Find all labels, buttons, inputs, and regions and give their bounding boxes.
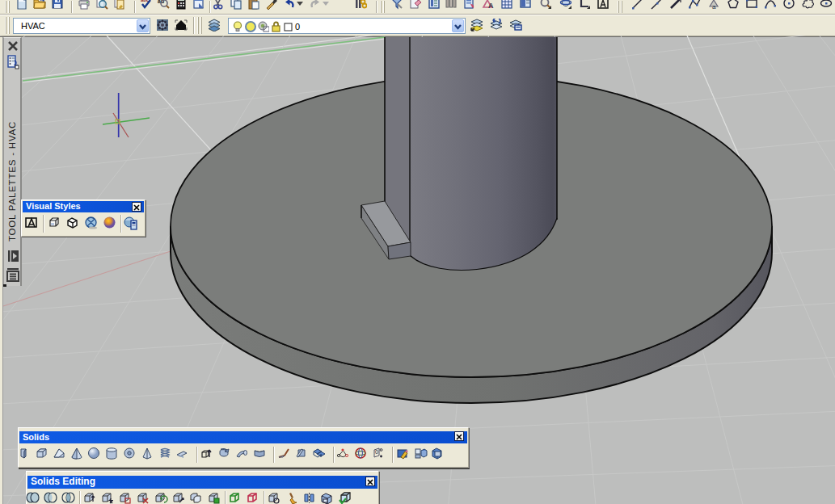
svg-text:A: A <box>488 2 494 10</box>
svg-text:a: a <box>712 3 716 10</box>
svg-text:0: 0 <box>375 449 378 455</box>
